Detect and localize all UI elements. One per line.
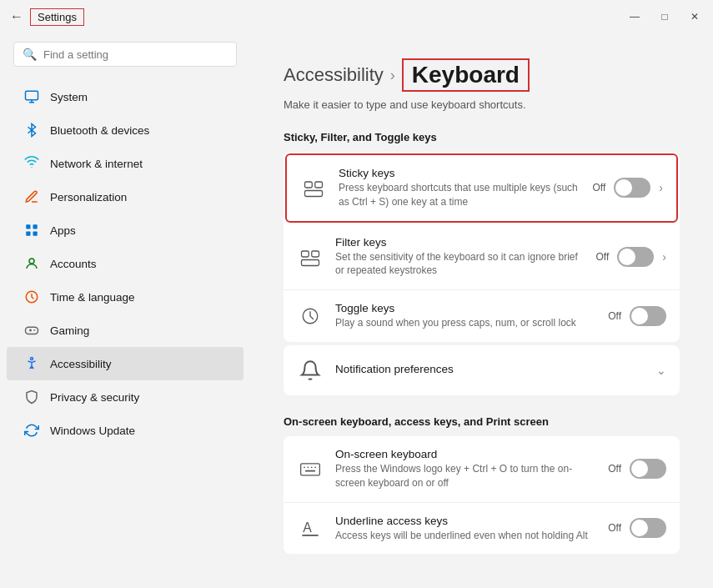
onscreen-keyboard-item[interactable]: On-screen keyboard Press the Windows log… <box>284 436 680 503</box>
breadcrumb-parent: Accessibility <box>284 64 384 86</box>
onscreen-keyboard-desc: Press the Windows logo key + Ctrl + O to… <box>335 462 596 490</box>
sticky-keys-toggle[interactable] <box>614 178 650 198</box>
sticky-keys-text: Sticky keys Press keyboard shortcuts tha… <box>339 167 581 209</box>
sidebar-item-update[interactable]: Windows Update <box>7 414 244 447</box>
sidebar-item-label-personalization: Personalization <box>50 191 127 204</box>
breadcrumb-current: Keyboard <box>402 58 530 92</box>
search-icon: 🔍 <box>23 48 37 61</box>
titlebar-controls: — □ ✕ <box>626 11 703 23</box>
sidebar-item-label-privacy: Privacy & security <box>50 391 139 404</box>
maximize-button[interactable]: □ <box>656 11 673 23</box>
search-input[interactable] <box>43 48 228 61</box>
svg-rect-2 <box>33 224 38 229</box>
sidebar-item-privacy[interactable]: Privacy & security <box>7 380 244 414</box>
sidebar-item-label-update: Windows Update <box>50 425 135 437</box>
titlebar-left: ← Settings <box>10 8 84 26</box>
onscreen-keyboard-card: On-screen keyboard Press the Windows log… <box>284 436 680 554</box>
sticky-keys-chevron: › <box>659 181 663 194</box>
sidebar-item-label-system: System <box>50 91 88 103</box>
filter-keys-title: Filter keys <box>335 236 585 249</box>
sidebar-item-system[interactable]: System <box>7 80 244 113</box>
filter-keys-item[interactable]: Filter keys Set the sensitivity of the k… <box>284 224 680 291</box>
svg-rect-0 <box>26 91 38 100</box>
onscreen-keyboard-right: Off <box>608 459 666 479</box>
svg-rect-4 <box>33 232 38 236</box>
underline-access-keys-toggle[interactable] <box>630 518 666 538</box>
sidebar-item-apps[interactable]: Apps <box>7 214 244 247</box>
notification-prefs-item[interactable]: Notification preferences ⌄ <box>284 345 680 395</box>
svg-rect-16 <box>301 464 320 475</box>
sticky-keys-icon <box>300 174 327 201</box>
sidebar-item-label-bluetooth: Bluetooth & devices <box>50 124 149 137</box>
filter-keys-chevron: › <box>662 250 666 264</box>
accessibility-icon <box>23 355 40 372</box>
personalization-icon <box>23 188 40 205</box>
underline-access-keys-desc: Access keys will be underlined even when… <box>335 529 596 543</box>
sidebar-item-label-gaming: Gaming <box>50 324 89 337</box>
filter-keys-icon <box>297 244 324 270</box>
toggle-keys-text: Toggle keys Play a sound when you press … <box>335 302 596 330</box>
toggle-keys-icon <box>297 303 324 329</box>
sidebar-item-label-time: Time & language <box>50 291 135 304</box>
sticky-keys-title: Sticky keys <box>339 167 581 179</box>
sticky-keys-item[interactable]: Sticky keys Press keyboard shortcuts tha… <box>285 153 678 223</box>
svg-rect-1 <box>26 224 30 229</box>
sticky-keys-right: Off › <box>593 178 663 198</box>
app-body: 🔍 System Bluetooth & devices Network & i… <box>0 33 713 588</box>
notification-chevron-down: ⌄ <box>656 364 666 377</box>
sidebar-item-label-network: Network & internet <box>50 158 143 170</box>
onscreen-keyboard-icon <box>297 455 324 482</box>
apps-icon <box>23 222 40 239</box>
app-title: Settings <box>30 8 84 26</box>
sidebar-item-gaming[interactable]: Gaming <box>7 314 244 347</box>
sidebar-item-network[interactable]: Network & internet <box>7 147 244 180</box>
page-subtitle: Make it easier to type and use keyboard … <box>284 98 680 111</box>
underline-access-keys-text: Underline access keys Access keys will b… <box>335 515 596 543</box>
onscreen-keyboard-status: Off <box>608 463 621 475</box>
svg-rect-11 <box>305 191 323 197</box>
breadcrumb-separator: › <box>390 67 395 84</box>
sticky-keys-status: Off <box>593 182 606 193</box>
gaming-icon <box>23 322 40 339</box>
underline-access-keys-icon: A <box>297 515 324 541</box>
sidebar-item-label-accessibility: Accessibility <box>50 358 112 370</box>
sidebar-item-bluetooth[interactable]: Bluetooth & devices <box>7 113 244 147</box>
svg-rect-13 <box>312 251 319 257</box>
toggle-keys-toggle[interactable] <box>630 306 666 326</box>
breadcrumb: Accessibility › Keyboard <box>284 58 680 92</box>
sidebar-item-accounts[interactable]: Accounts <box>7 247 244 280</box>
filter-keys-toggle[interactable] <box>617 247 654 267</box>
underline-access-keys-title: Underline access keys <box>335 515 596 527</box>
filter-keys-status: Off <box>596 251 610 263</box>
time-icon <box>23 289 40 305</box>
toggle-keys-title: Toggle keys <box>335 302 596 314</box>
sidebar-item-label-accounts: Accounts <box>50 258 97 270</box>
back-button[interactable]: ← <box>10 9 23 24</box>
notification-icon <box>297 357 324 384</box>
update-icon <box>23 422 40 439</box>
underline-access-keys-item[interactable]: A Underline access keys Access keys will… <box>284 503 680 555</box>
system-icon <box>23 88 40 105</box>
filter-keys-right: Off › <box>596 247 666 267</box>
svg-rect-10 <box>315 182 323 188</box>
underline-access-keys-right: Off <box>608 518 666 538</box>
toggle-keys-item[interactable]: Toggle keys Play a sound when you press … <box>284 290 680 342</box>
filter-keys-desc: Set the sensitivity of the keyboard so i… <box>335 250 585 279</box>
onscreen-keyboard-title: On-screen keyboard <box>335 448 596 460</box>
sidebar-item-accessibility[interactable]: Accessibility <box>7 347 244 380</box>
svg-rect-9 <box>305 182 313 188</box>
sidebar-item-label-apps: Apps <box>50 224 76 237</box>
sidebar-item-personalization[interactable]: Personalization <box>7 180 244 214</box>
sticky-keys-desc: Press keyboard shortcuts that use multip… <box>339 181 581 209</box>
onscreen-keyboard-toggle[interactable] <box>630 459 666 479</box>
underline-access-keys-status: Off <box>608 522 621 534</box>
sidebar-item-time[interactable]: Time & language <box>7 280 244 314</box>
svg-rect-3 <box>26 232 30 236</box>
search-box[interactable]: 🔍 <box>13 42 237 67</box>
svg-point-5 <box>29 259 34 264</box>
minimize-button[interactable]: — <box>626 11 643 23</box>
network-icon <box>23 155 40 172</box>
close-button[interactable]: ✕ <box>686 11 703 23</box>
filter-keys-text: Filter keys Set the sensitivity of the k… <box>335 236 585 279</box>
toggle-keys-desc: Play a sound when you press caps, num, o… <box>335 316 596 330</box>
